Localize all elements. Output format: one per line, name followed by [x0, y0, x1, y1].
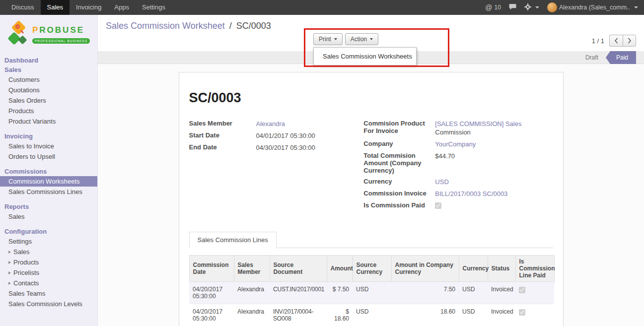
- sidebar-section-commissions[interactable]: Commissions: [0, 167, 97, 176]
- col-sales-member[interactable]: Sales Member: [234, 256, 270, 282]
- sidebar-section-dashboard[interactable]: Dashboard: [0, 56, 97, 65]
- menu-discuss[interactable]: Discuss: [5, 0, 41, 15]
- col-source-document[interactable]: Source Document: [270, 256, 327, 282]
- sidebar-item-product-variants[interactable]: Product Variants: [0, 116, 97, 127]
- breadcrumb-parent-link[interactable]: Sales Commission Worksheet: [106, 21, 225, 31]
- sales-member-link[interactable]: Alexandra: [256, 120, 286, 128]
- sidebar-item-label: Customers: [8, 76, 40, 83]
- col-currency[interactable]: Currency: [459, 256, 488, 282]
- col-source-currency[interactable]: Source Currency: [353, 256, 391, 282]
- pager-next-button[interactable]: [623, 35, 636, 47]
- start-date-value: 04/01/2017 05:30:00: [256, 131, 315, 140]
- sidebar-item-quotations[interactable]: Quotations: [0, 85, 97, 95]
- table-row[interactable]: 04/20/2017 05:30:00 Alexandra INV/2017/0…: [189, 304, 554, 326]
- tab-sales-commission-lines[interactable]: Sales Commission Lines: [189, 232, 277, 248]
- sidebar-item-pricelists[interactable]: Pricelists: [0, 267, 97, 278]
- sidebar-item-settings[interactable]: Settings: [0, 236, 97, 247]
- cell-source-currency: USD: [353, 282, 391, 304]
- menu-settings[interactable]: Settings: [136, 0, 172, 15]
- sidebar-item-sales-orders[interactable]: Sales Orders: [0, 95, 97, 106]
- chevron-down-icon: [634, 6, 638, 8]
- messages-button[interactable]: [509, 3, 516, 11]
- print-dropdown-menu: Sales Commission Worksheets: [313, 47, 417, 65]
- sidebar-item-sales-to-invoice[interactable]: Sales to Invoice: [0, 141, 97, 151]
- currency-link[interactable]: USD: [435, 178, 448, 186]
- commission-product-rest: Commission: [435, 128, 521, 136]
- debug-menu-button[interactable]: [524, 3, 539, 12]
- col-amount-company-currency[interactable]: Amount in Company Currency: [391, 256, 459, 282]
- field-commission-product: Commision Product For Invoice [SALES COM…: [363, 120, 553, 136]
- sidebar-item-label: Sales Orders: [8, 97, 46, 104]
- sidebar-item-reports-sales[interactable]: Sales: [0, 211, 97, 222]
- field-group-left: Sales Member Alexandra Start Date 04/01/…: [189, 120, 364, 214]
- avatar: [547, 2, 557, 12]
- cell-status: Invoiced: [488, 282, 515, 304]
- table-header-row: Commission Date Sales Member Source Docu…: [189, 256, 554, 282]
- table-row[interactable]: 04/20/2017 05:30:00 Alexandra CUST.IN/20…: [189, 282, 554, 304]
- notifications-button[interactable]: @ 10: [485, 3, 501, 11]
- breadcrumb-current: SC/0003: [236, 21, 271, 31]
- field-label: Currency: [363, 178, 435, 185]
- expand-arrow-icon: [8, 271, 11, 274]
- probuse-logo-icon: [8, 21, 29, 49]
- sidebar-item-customers[interactable]: Customers: [0, 74, 97, 85]
- action-button[interactable]: Action: [345, 33, 378, 45]
- company-link[interactable]: YourCompany: [435, 140, 476, 148]
- sidebar-item-sales-commission-levels[interactable]: Sales Commission Levels: [0, 299, 97, 309]
- field-start-date: Start Date 04/01/2017 05:30:00: [189, 131, 364, 140]
- cell-currency: USD: [459, 304, 488, 326]
- topbar-right: @ 10 Alexandra (Sales_comm..: [485, 0, 644, 15]
- logo-title: PROBUSE: [32, 25, 90, 35]
- sidebar-item-config-sales[interactable]: Sales: [0, 247, 97, 257]
- sidebar-section-configuration[interactable]: Configuration: [0, 227, 97, 236]
- col-status[interactable]: Status: [488, 256, 515, 282]
- cell-member: Alexandra: [234, 304, 270, 326]
- main-content: Sales Commission Worksheet / SC/0003 Pri…: [98, 15, 644, 326]
- col-commission-date[interactable]: Commission Date: [189, 256, 234, 282]
- sidebar-section-invoicing[interactable]: Invoicing: [0, 131, 97, 141]
- sidebar-section-sales[interactable]: Sales: [0, 65, 97, 74]
- sidebar-item-label: Contacts: [13, 279, 39, 287]
- col-amount[interactable]: Amount: [327, 256, 353, 282]
- commission-product-link[interactable]: [SALES COMMISSION] Sales: [435, 120, 521, 128]
- field-label: Is Commission Paid: [363, 201, 435, 209]
- sidebar-item-label: Product Variants: [8, 118, 56, 125]
- print-button[interactable]: Print: [313, 33, 343, 45]
- menu-sales[interactable]: Sales: [41, 0, 70, 15]
- sidebar-item-contacts[interactable]: Contacts: [0, 278, 97, 288]
- status-paid[interactable]: Paid: [610, 51, 636, 64]
- status-draft[interactable]: Draft: [579, 51, 604, 64]
- field-is-commission-paid: Is Commission Paid: [363, 201, 553, 211]
- probuse-logo-text: PROBUSE PROFESSIONAL BUSINESS: [32, 25, 90, 44]
- commission-invoice-link[interactable]: BILL/2017/0003 SC/0003: [435, 190, 507, 198]
- sidebar-item-orders-to-upsell[interactable]: Orders to Upsell: [0, 151, 97, 162]
- dropdown-item-sales-commission-worksheets[interactable]: Sales Commission Worksheets: [314, 50, 416, 63]
- chevron-down-icon: [334, 38, 337, 40]
- is-commission-paid-checkbox: [435, 202, 441, 209]
- menu-invoicing[interactable]: Invoicing: [70, 0, 108, 15]
- notebook: Sales Commission Lines Commission Date S…: [189, 231, 553, 326]
- debug-icon: [524, 3, 531, 12]
- sidebar-item-config-products[interactable]: Products: [0, 257, 97, 267]
- sidebar-item-sales-commissions-lines[interactable]: Sales Commissions Lines: [0, 187, 97, 197]
- expand-arrow-icon: [8, 251, 11, 254]
- col-is-commission-line-paid[interactable]: Is Commission Line Paid: [515, 256, 554, 282]
- menu-apps[interactable]: Apps: [108, 0, 136, 15]
- sidebar-item-commission-worksheets[interactable]: Commission Worksheets: [0, 176, 97, 187]
- sidebar-item-label: Sales to Invoice: [8, 142, 54, 150]
- sidebar-item-label: Settings: [8, 238, 32, 245]
- sidebar-item-sales-teams[interactable]: Sales Teams: [0, 288, 97, 299]
- sidebar-item-products[interactable]: Products: [0, 106, 97, 116]
- pager-previous-button[interactable]: [609, 35, 623, 47]
- cell-source: CUST.IN/2017/0001: [270, 282, 327, 304]
- top-navbar: Discuss Sales Invoicing Apps Settings @ …: [0, 0, 644, 15]
- cell-amount-company: 18.60: [391, 304, 459, 326]
- sidebar-section-reports[interactable]: Reports: [0, 202, 97, 211]
- field-total-commission: Total Commision Amount (Company Currency…: [363, 152, 553, 174]
- record-title: SC/0003: [189, 90, 553, 106]
- user-menu[interactable]: Alexandra (Sales_comm..: [547, 2, 638, 12]
- action-button-label: Action: [351, 36, 367, 43]
- expand-arrow-icon: [8, 261, 11, 264]
- probuse-logo[interactable]: PROBUSE PROFESSIONAL BUSINESS: [0, 15, 97, 56]
- commission-lines-table: Commission Date Sales Member Source Docu…: [189, 255, 555, 326]
